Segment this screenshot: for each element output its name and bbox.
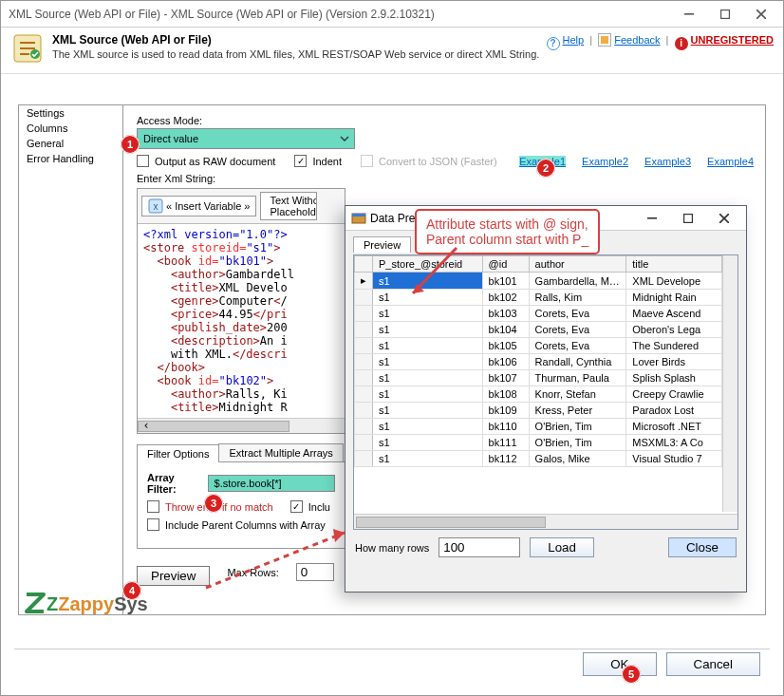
nav-item-settings[interactable]: Settings [19,105,122,121]
cell[interactable]: Randall, Cynthia [529,354,626,370]
insert-variable-button[interactable]: x « Insert Variable » [141,196,256,216]
ok-button[interactable]: OK [583,652,656,676]
cell[interactable]: Galos, Mike [529,451,626,467]
table-row[interactable]: s1bk112Galos, MikeVisual Studio 7 [355,451,722,467]
cell[interactable]: bk104 [482,322,529,338]
cell[interactable]: s1 [373,322,483,338]
cell[interactable]: Gambardella, Mat... [529,273,626,290]
cell[interactable]: bk101 [482,273,529,290]
column-header[interactable]: author [529,256,626,273]
unregistered-link[interactable]: UNREGISTERED [691,34,774,46]
cell[interactable]: bk105 [482,338,529,354]
cell[interactable]: Ralls, Kim [529,290,626,306]
example2-link[interactable]: Example2 [582,156,628,167]
modal-close[interactable] [706,208,742,229]
table-row[interactable]: s1bk103Corets, EvaMaeve Ascend [355,306,722,322]
access-mode-label: Access Mode: [137,115,754,126]
nav-item-columns[interactable]: Columns [19,121,122,136]
cell[interactable]: s1 [373,370,483,386]
access-mode-dropdown[interactable]: Direct value [137,128,355,149]
nav-item-error-handling[interactable]: Error Handling [19,151,122,166]
cell[interactable]: s1 [373,451,483,467]
table-row[interactable]: s1bk104Corets, EvaOberon's Lega [355,322,722,338]
cell[interactable]: bk108 [482,386,529,403]
nav-item-general[interactable]: General [19,136,122,151]
maximize-button[interactable] [707,4,743,25]
cell[interactable]: s1 [373,386,483,403]
cell[interactable]: bk111 [482,435,529,451]
load-button[interactable]: Load [530,537,594,557]
table-row[interactable]: s1bk105Corets, EvaThe Sundered [355,338,722,354]
modal-minimize[interactable] [634,208,670,229]
table-row[interactable]: s1bk109Kress, PeterParadox Lost [355,403,722,419]
indent-checkbox[interactable] [294,155,307,167]
modal-maximize[interactable] [670,208,706,229]
include-parent-checkbox[interactable] [147,518,159,531]
tab-filter-options[interactable]: Filter Options [137,444,219,462]
cell[interactable]: bk102 [482,290,529,306]
cell[interactable]: s1 [373,306,483,322]
close-preview-button[interactable]: Close [668,537,737,557]
cell[interactable]: O'Brien, Tim [529,419,626,435]
cell[interactable]: Maeve Ascend [626,306,722,322]
table-row[interactable]: s1bk108Knorr, StefanCreepy Crawlie [355,386,722,403]
cell[interactable]: bk110 [482,419,529,435]
output-raw-checkbox[interactable] [137,155,149,167]
cell[interactable]: Thurman, Paula [529,370,626,386]
cell[interactable]: The Sundered [626,338,722,354]
table-row[interactable]: s1bk110O'Brien, TimMicrosoft .NET [355,419,722,435]
cell[interactable]: Corets, Eva [529,322,626,338]
xml-text-area[interactable]: <?xml version="1.0"?><store storeid="s1"… [138,224,345,433]
close-button[interactable] [743,4,779,25]
feedback-link[interactable]: Feedback [614,34,660,46]
table-row[interactable]: s1bk106Randall, CynthiaLover Birds [355,354,722,370]
cell[interactable]: Lover Birds [626,354,722,370]
cell[interactable]: O'Brien, Tim [529,435,626,451]
cell[interactable]: Microsoft .NET [626,419,722,435]
cell[interactable]: bk103 [482,306,529,322]
help-link[interactable]: Help [563,34,585,46]
cell[interactable]: bk109 [482,403,529,419]
cell[interactable]: s1 [373,354,483,370]
cell[interactable]: bk106 [482,354,529,370]
cell[interactable]: MSXML3: A Co [626,435,722,451]
marker-3: 3 [204,494,223,513]
minimize-button[interactable] [671,4,707,25]
cell[interactable]: Visual Studio 7 [626,451,722,467]
column-header[interactable]: title [626,256,722,273]
cell[interactable]: s1 [373,403,483,419]
cancel-button[interactable]: Cancel [666,652,761,676]
example3-link[interactable]: Example3 [644,156,691,167]
marker-4: 4 [122,581,141,600]
preview-button[interactable]: Preview [137,566,210,586]
modal-tab-preview[interactable]: Preview [353,236,411,253]
array-filter-input[interactable]: $.store.book[*] [208,475,335,492]
cell[interactable]: Creepy Crawlie [626,386,722,403]
cell[interactable]: Corets, Eva [529,306,626,322]
cell[interactable]: Kress, Peter [529,403,626,419]
table-row[interactable]: s1bk107Thurman, PaulaSplish Splash [355,370,722,386]
how-many-input[interactable] [439,537,520,557]
cell[interactable]: Paradox Lost [626,403,722,419]
grid-scrollbar-x[interactable] [354,514,737,529]
include-checkbox[interactable] [290,500,303,513]
cell[interactable]: XML Develope [626,273,722,290]
cell[interactable]: s1 [373,338,483,354]
cell[interactable]: Oberon's Lega [626,322,722,338]
row-header [355,290,373,306]
cell[interactable]: Knorr, Stefan [529,386,626,403]
text-placeholders-button[interactable]: @ Text Without Placeholders [260,192,317,220]
cell[interactable]: s1 [373,435,483,451]
cell[interactable]: Splish Splash [626,370,722,386]
example4-link[interactable]: Example4 [707,156,754,167]
tab-extract-arrays[interactable]: Extract Multiple Arrays [218,443,343,461]
cell[interactable]: bk107 [482,370,529,386]
grid-scrollbar-y[interactable] [722,255,737,512]
cell[interactable]: bk112 [482,451,529,467]
cell[interactable]: s1 [373,419,483,435]
table-row[interactable]: s1bk111O'Brien, TimMSXML3: A Co [355,435,722,451]
cell[interactable]: Midnight Rain [626,290,722,306]
cell[interactable]: Corets, Eva [529,338,626,354]
column-header[interactable]: @id [482,256,529,273]
throw-error-checkbox[interactable] [147,500,159,513]
